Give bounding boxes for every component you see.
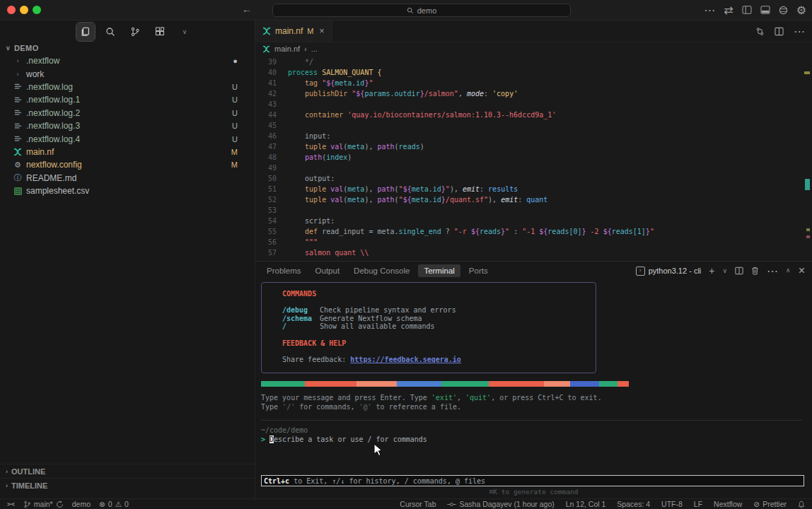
panel-tab-debug-console[interactable]: Debug Console (348, 264, 415, 277)
code-line: 42 publishDir "${params.outdir}/salmon",… (255, 88, 812, 99)
chevron-right-icon: › (6, 468, 8, 475)
breadcrumb-file[interactable]: main.nf (274, 45, 300, 53)
language-status[interactable]: Nextflow (714, 500, 742, 508)
panel-tab-problems[interactable]: Problems (261, 264, 307, 277)
git-blame-status[interactable]: Sasha Dagayev (1 hour ago) (447, 500, 554, 508)
sidebar-section-outline[interactable]: ›OUTLINE (0, 464, 255, 478)
extensions-icon[interactable] (151, 23, 169, 41)
explorer-section-header[interactable]: ∨ DEMO (6, 44, 39, 52)
trash-icon[interactable] (751, 267, 759, 275)
breadcrumb[interactable]: main.nf › ... (262, 45, 318, 53)
command-center-search[interactable]: demo (272, 4, 571, 17)
file-tree-item[interactable]: ⓘREADME.md (0, 172, 255, 185)
file-tree-item[interactable]: ⚙nextflow.configM (0, 158, 255, 171)
search-icon[interactable] (101, 23, 120, 41)
terminal-prompt[interactable]: > Describe a task or use / for commands (261, 435, 427, 443)
vscode-window: ← demo ⋯ ⇄ ⚙ ∨ (0, 0, 812, 509)
file-tree-item[interactable]: main.nfM (0, 146, 255, 158)
sync-icon (56, 501, 64, 508)
close-panel-icon[interactable]: × (799, 264, 805, 277)
new-terminal-icon[interactable]: + (709, 265, 714, 276)
share-feedback-line: Share feedback: https://feedback.seqera.… (282, 356, 596, 364)
sync-arrows-icon[interactable]: ⇄ (724, 4, 733, 17)
eol-status[interactable]: LF (694, 500, 702, 508)
file-name: .nextflow.log.1 (26, 95, 80, 105)
feedback-link[interactable]: https://feedback.seqera.io (350, 356, 461, 363)
mouse-cursor (373, 443, 383, 457)
terminal-instance[interactable]: › python3.12 - cli (636, 267, 702, 276)
panel-tab-output[interactable]: Output (310, 264, 346, 277)
nextflow-icon (13, 148, 22, 156)
file-name: README.md (26, 173, 76, 183)
globe-icon[interactable] (779, 6, 788, 15)
sidebar-section-timeline[interactable]: ›TIMELINE (0, 478, 255, 492)
file-tree-item[interactable]: ›.nextflow● (0, 54, 255, 67)
panel-tab-terminal[interactable]: Terminal (418, 264, 460, 277)
more-icon[interactable]: ⋯ (704, 4, 715, 17)
code-line: 49 (255, 163, 812, 173)
tab-main-nf[interactable]: main.nf M × (255, 21, 332, 42)
file-name: .nextflow (26, 56, 59, 66)
split-editor-icon[interactable] (775, 27, 784, 36)
source-control-icon[interactable] (126, 23, 144, 41)
editor-group: main.nf M × ⋯ main.nf › ... 39 */40proce… (255, 21, 812, 260)
zoom-window-button[interactable] (33, 6, 41, 14)
log-file-icon (14, 135, 22, 143)
file-tree-item[interactable]: ›work (0, 67, 255, 80)
layout-panel-icon[interactable] (760, 6, 770, 14)
file-tree-item[interactable]: .nextflow.log.3U (0, 119, 255, 132)
code-line: 46 input: (255, 131, 812, 141)
chevron-down-icon[interactable]: ∨ (175, 23, 194, 41)
formatter-status[interactable]: ⊘ Prettier (753, 500, 787, 508)
indentation-status[interactable]: Spaces: 4 (617, 500, 650, 508)
chevron-right-icon: › (6, 482, 8, 489)
remote-indicator-icon[interactable]: >< (7, 501, 15, 508)
chevron-down-icon[interactable]: ∨ (722, 267, 727, 274)
cursor-tab-status[interactable]: Cursor Tab (400, 500, 436, 508)
code-line: 44 container 'quay.io/biocontainers/salm… (255, 110, 812, 120)
terminal-divider (261, 420, 803, 421)
prompt-placeholder: escribe a task or use / for commands (274, 435, 427, 443)
terminal-command-row: /schemaGenerate Nextflow schema (282, 315, 596, 323)
terminal-command-row: /Show all available commands (282, 322, 596, 331)
branch-icon (23, 501, 31, 508)
branch-status[interactable]: main* (23, 500, 64, 508)
code-line: 47 tuple val(meta), path(reads) (255, 141, 812, 152)
bottom-panel: ProblemsOutputDebug ConsoleTerminalPorts… (255, 261, 812, 498)
layout-sidebar-icon[interactable] (742, 6, 752, 14)
more-icon[interactable]: ⋯ (794, 25, 805, 38)
maximize-panel-icon[interactable]: ∨ (786, 267, 791, 274)
panel-tab-ports[interactable]: Ports (463, 264, 494, 277)
file-tree-item[interactable]: .nextflow.log.4U (0, 132, 255, 145)
code-area[interactable]: 39 */40process SALMON_QUANT {41 tag "${m… (255, 57, 812, 260)
split-terminal-icon[interactable] (735, 267, 743, 275)
ctrl-c-label: Ctrl+c (264, 477, 289, 485)
section-label: DEMO (14, 44, 39, 52)
git-status-badge: M (231, 148, 238, 156)
problems-status[interactable]: ⊗0 ⚠0 (99, 500, 129, 508)
explorer-icon[interactable] (76, 23, 95, 41)
close-icon[interactable]: × (320, 26, 325, 36)
gear-icon[interactable]: ⚙ (796, 4, 806, 17)
minimize-window-button[interactable] (20, 6, 28, 14)
workspace-status[interactable]: demo (72, 500, 91, 508)
git-status-badge: U (232, 135, 238, 144)
line-col-status[interactable]: Ln 12, Col 1 (566, 500, 606, 508)
back-icon[interactable]: ← (242, 4, 252, 15)
terminal-input-bar[interactable]: Ctrl+c to Exit, ↑/↓ for history, / comma… (261, 475, 804, 486)
encoding-status[interactable]: UTF-8 (661, 500, 683, 508)
file-tree-item[interactable]: .nextflow.logU (0, 81, 255, 93)
activity-bar: ∨ (76, 23, 194, 41)
terminal-help-text: Type your message and press Enter. Type … (261, 393, 602, 411)
code-line: 50 output: (255, 173, 812, 184)
file-tree-item[interactable]: samplesheet.csv (0, 185, 255, 197)
bell-icon[interactable] (798, 501, 805, 508)
file-tree-item[interactable]: .nextflow.log.1U (0, 93, 255, 106)
close-window-button[interactable] (7, 6, 16, 14)
git-status-badge: M (231, 160, 238, 169)
search-value: demo (417, 6, 437, 15)
source-control-graph-icon[interactable] (755, 27, 765, 36)
more-icon[interactable]: ⋯ (767, 264, 778, 278)
file-tree-item[interactable]: .nextflow.log.2U (0, 107, 255, 119)
breadcrumb-symbol[interactable]: ... (311, 45, 318, 53)
